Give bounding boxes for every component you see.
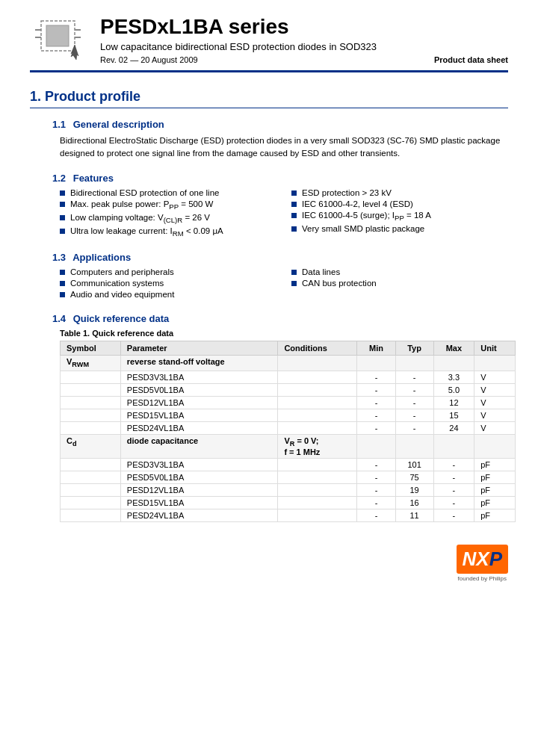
subsection-1-1-label: General description bbox=[73, 119, 164, 130]
bullet-icon bbox=[60, 215, 65, 220]
bullet-icon bbox=[291, 270, 297, 275]
cell-unit bbox=[474, 434, 516, 458]
cell-min: - bbox=[357, 483, 395, 496]
cell-model: PESD24VL1BA bbox=[120, 509, 278, 521]
cell-unit: pF bbox=[474, 509, 516, 521]
subsection-1-4-title: 1.4 Quick reference data bbox=[52, 313, 508, 324]
cell-typ: 101 bbox=[395, 458, 433, 471]
bullet-icon bbox=[291, 226, 297, 232]
cell-max: 3.3 bbox=[433, 371, 474, 383]
cell-symbol bbox=[61, 396, 121, 409]
cell-typ: - bbox=[395, 383, 433, 396]
cell-conditions: VR = 0 V;f = 1 MHz bbox=[278, 434, 357, 458]
bullet-icon bbox=[60, 292, 65, 297]
application-item: Computers and peripherals bbox=[60, 267, 276, 276]
cell-min: - bbox=[357, 458, 395, 471]
feature-text: IEC 61000-4-2, level 4 (ESD) bbox=[302, 199, 413, 208]
feature-text: IEC 61000-4-5 (surge); IPP = 18 A bbox=[302, 211, 431, 222]
cell-conditions bbox=[278, 496, 357, 509]
cell-typ: - bbox=[395, 396, 433, 409]
nxp-letter-n: N bbox=[463, 548, 477, 571]
application-text: Communication systems bbox=[70, 279, 164, 288]
table-number: Table 1. bbox=[60, 329, 90, 338]
features-col-2: ESD protection > 23 kV IEC 61000-4-2, le… bbox=[291, 188, 508, 241]
cell-unit: V bbox=[474, 396, 516, 409]
section-1-heading: 1. Product profile bbox=[30, 89, 508, 108]
subsection-1-4-label: Quick reference data bbox=[73, 313, 170, 324]
subsection-1-1: 1.1 General description Bidirectional El… bbox=[52, 119, 508, 161]
application-item: CAN bus protection bbox=[291, 279, 508, 288]
cell-unit: pF bbox=[474, 471, 516, 483]
feature-item: ESD protection > 23 kV bbox=[291, 188, 508, 197]
feature-item: Ultra low leakage current: IRM < 0.09 μA bbox=[60, 226, 276, 238]
application-item: Audio and video equipment bbox=[60, 290, 276, 299]
bullet-icon bbox=[291, 190, 297, 196]
cell-unit bbox=[474, 356, 516, 371]
cell-symbol bbox=[61, 458, 121, 471]
cell-min: - bbox=[357, 383, 395, 396]
bullet-icon bbox=[291, 281, 297, 286]
bullet-icon bbox=[60, 202, 65, 207]
svg-marker-6 bbox=[71, 45, 78, 60]
feature-text: Ultra low leakage current: IRM < 0.09 μA bbox=[70, 226, 223, 238]
cell-unit: V bbox=[474, 371, 516, 383]
cell-model: PESD5V0L1BA bbox=[120, 383, 278, 396]
table-header-row: Symbol Parameter Conditions Min Typ Max … bbox=[61, 341, 516, 356]
subsection-1-1-title: 1.1 General description bbox=[52, 119, 508, 130]
bullet-icon bbox=[60, 281, 65, 286]
cell-unit: pF bbox=[474, 483, 516, 496]
table-row: VRWM reverse stand-off voltage bbox=[61, 356, 516, 371]
col-min: Min bbox=[357, 341, 395, 356]
cell-conditions bbox=[278, 383, 357, 396]
cell-unit: pF bbox=[474, 458, 516, 471]
cell-symbol bbox=[61, 383, 121, 396]
subsection-1-3-title: 1.3 Applications bbox=[52, 252, 508, 263]
cell-max bbox=[433, 434, 474, 458]
subsection-1-3: 1.3 Applications Computers and periphera… bbox=[52, 252, 508, 301]
general-description-text: Bidirectional ElectroStatic Discharge (E… bbox=[60, 134, 508, 161]
cell-min: - bbox=[357, 509, 395, 521]
col-unit: Unit bbox=[474, 341, 516, 356]
cell-typ: - bbox=[395, 409, 433, 421]
feature-text: ESD protection > 23 kV bbox=[302, 188, 392, 197]
applications-col-2: Data lines CAN bus protection bbox=[291, 267, 508, 301]
cell-typ: 75 bbox=[395, 471, 433, 483]
table-name: Quick reference data bbox=[92, 329, 173, 338]
application-text: CAN bus protection bbox=[302, 279, 377, 288]
table-row: PESD24VL1BA - 11 - pF bbox=[61, 509, 516, 521]
cell-model: PESD5V0L1BA bbox=[120, 471, 278, 483]
cell-symbol: Cd bbox=[61, 434, 121, 458]
cell-min: - bbox=[357, 496, 395, 509]
cell-typ: - bbox=[395, 371, 433, 383]
cell-model: PESD24VL1BA bbox=[120, 421, 278, 434]
cell-unit: V bbox=[474, 421, 516, 434]
cell-conditions bbox=[278, 356, 357, 371]
feature-item: Very small SMD plastic package bbox=[291, 224, 508, 233]
nxp-brand-logo: N X P founded by Philips bbox=[457, 545, 508, 582]
col-conditions: Conditions bbox=[278, 341, 357, 356]
table-row: PESD15VL1BA - 16 - pF bbox=[61, 496, 516, 509]
table-row: PESD12VL1BA - 19 - pF bbox=[61, 483, 516, 496]
feature-item: IEC 61000-4-2, level 4 (ESD) bbox=[291, 199, 508, 208]
features-col-1: Bidirectional ESD protection of one line… bbox=[60, 188, 276, 241]
table-row: PESD3V3L1BA - - 3.3 V bbox=[61, 371, 516, 383]
svg-rect-1 bbox=[46, 25, 69, 46]
bullet-icon bbox=[291, 213, 297, 218]
features-columns: Bidirectional ESD protection of one line… bbox=[60, 188, 508, 241]
subsection-1-3-label: Applications bbox=[72, 252, 131, 263]
revision-text: Rev. 02 — 20 August 2009 bbox=[100, 55, 198, 64]
cell-max bbox=[433, 356, 474, 371]
cell-conditions bbox=[278, 471, 357, 483]
subsection-1-3-number: 1.3 bbox=[52, 252, 66, 263]
cell-unit: V bbox=[474, 383, 516, 396]
feature-text: Very small SMD plastic package bbox=[302, 224, 424, 233]
nxp-letter-p: P bbox=[489, 548, 502, 571]
cell-symbol bbox=[61, 509, 121, 521]
cell-typ bbox=[395, 434, 433, 458]
cell-max: - bbox=[433, 458, 474, 471]
feature-item: Low clamping voltage: V(CL)R = 26 V bbox=[60, 213, 276, 224]
subsection-1-1-number: 1.1 bbox=[52, 119, 66, 130]
cell-max: 5.0 bbox=[433, 383, 474, 396]
cell-max: 15 bbox=[433, 409, 474, 421]
product-subtitle: Low capacitance bidirectional ESD protec… bbox=[100, 41, 508, 52]
